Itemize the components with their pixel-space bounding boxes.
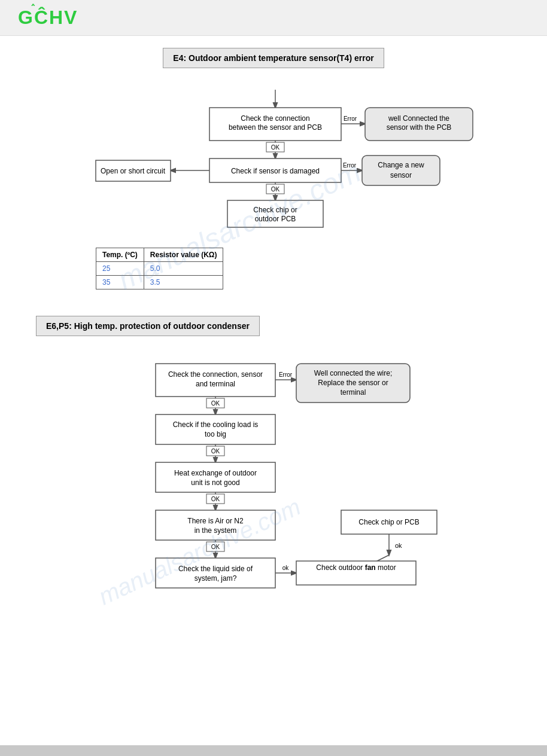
section2-diagram: Check the connection, sensor and termina… [18, 358, 533, 693]
svg-text:ok: ok [395, 542, 402, 549]
svg-text:OK: OK [211, 496, 220, 502]
svg-text:and terminal: and terminal [196, 380, 235, 388]
svg-text:Replace the sensor or: Replace the sensor or [318, 379, 388, 387]
svg-text:Check if sensor is damaged: Check if sensor is damaged [231, 167, 320, 175]
table-header-temp: Temp. (ºC) [96, 248, 144, 262]
svg-text:OK: OK [211, 448, 220, 455]
svg-text:OK: OK [271, 186, 280, 193]
svg-text:Check the connection: Check the connection [241, 114, 309, 123]
header: GĈ̂HV [0, 0, 547, 36]
svg-text:Check chip or: Check chip or [253, 206, 297, 214]
svg-text:Well connected the wire;: Well connected the wire; [314, 369, 393, 377]
svg-text:Change a new: Change a new [378, 161, 424, 169]
resist-5: 5.0 [144, 262, 223, 276]
svg-rect-62 [156, 558, 275, 588]
table-row: 25 5.0 [96, 262, 223, 276]
temp-table-container: Temp. (ºC) Resistor value (KΩ) 25 5.0 35… [96, 248, 223, 289]
section1-diagram: Check the connection between the sensor … [18, 90, 533, 281]
section1: E4: Outdoor ambient temperature sensor(T… [18, 48, 529, 292]
svg-text:terminal: terminal [341, 388, 366, 397]
svg-text:system, jam?: system, jam? [195, 574, 237, 583]
section1-title: E4: Outdoor ambient temperature sensor(T… [163, 48, 384, 68]
table-row: 35 3.5 [96, 276, 223, 289]
svg-rect-46 [156, 462, 275, 492]
svg-text:OK: OK [211, 400, 220, 407]
svg-text:Check if the cooling load is: Check if the cooling load is [173, 420, 259, 429]
svg-text:sensor: sensor [390, 171, 412, 179]
svg-text:Error: Error [279, 371, 293, 378]
temp-35: 35 [96, 276, 144, 289]
svg-text:sensor with the PCB: sensor with the PCB [387, 123, 452, 132]
svg-text:There is Air or N2: There is Air or N2 [187, 517, 244, 525]
temp-25: 25 [96, 262, 144, 276]
table-header-resistor: Resistor value (KΩ) [144, 248, 223, 262]
svg-text:Check the connection, sensor: Check the connection, sensor [168, 370, 263, 379]
svg-text:too big: too big [205, 430, 226, 438]
svg-text:OK: OK [271, 144, 280, 151]
svg-rect-52 [156, 510, 275, 540]
svg-text:outdoor PCB: outdoor PCB [255, 215, 296, 223]
svg-text:Check chip or PCB: Check chip or PCB [358, 518, 419, 526]
resist-35: 3.5 [144, 276, 223, 289]
svg-text:unit is not good: unit is not good [191, 478, 239, 487]
footer-bar [0, 745, 547, 756]
svg-text:OK: OK [211, 544, 220, 550]
svg-rect-40 [156, 414, 275, 444]
svg-text:Heat exchange of outdoor: Heat exchange of outdoor [174, 469, 257, 477]
svg-text:Error: Error [344, 115, 357, 122]
svg-text:between the sensor and PCB: between the sensor and PCB [229, 123, 322, 132]
svg-text:Check the liquid side of: Check the liquid side of [178, 565, 253, 573]
section2-title: E6,P5: High temp. protection of outdoor … [36, 316, 260, 336]
main-content: manualsarchive.com manualsarchive.com E4… [0, 36, 547, 705]
svg-rect-16 [362, 156, 440, 185]
section2: E6,P5: High temp. protection of outdoor … [18, 316, 529, 693]
svg-text:well Connected the: well Connected the [388, 114, 449, 123]
svg-text:Error: Error [343, 162, 357, 169]
logo: GĈ̂HV [18, 7, 78, 29]
svg-text:Check outdoor fan motor: Check outdoor fan motor [316, 563, 396, 572]
svg-text:in the system: in the system [195, 526, 237, 535]
svg-text:Open or short circuit: Open or short circuit [101, 167, 166, 175]
svg-text:ok: ok [282, 565, 290, 571]
temp-table: Temp. (ºC) Resistor value (KΩ) 25 5.0 35… [96, 248, 223, 289]
